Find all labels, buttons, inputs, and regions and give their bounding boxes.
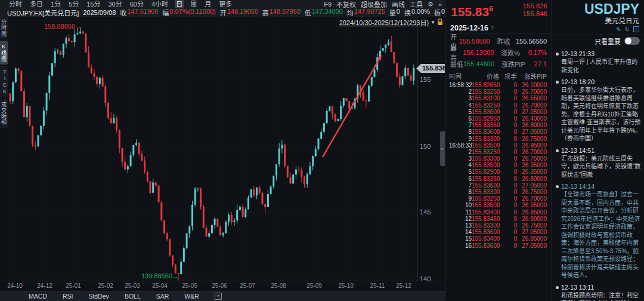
news-timestamp: 12-13 14:14 xyxy=(555,182,642,191)
indicator-tab-W&R[interactable]: W&R xyxy=(184,293,199,300)
last-price-big: 155.836 xyxy=(451,2,493,19)
tick-time: 8 xyxy=(449,189,472,195)
date-range-selector[interactable]: 2024/10/30-2025/12/12(293日) ▼ xyxy=(339,17,443,27)
news-bullet-icon xyxy=(556,81,559,84)
indicator-tab-RSI[interactable]: RSI xyxy=(63,293,73,300)
quote-stat-row: 最高156.13000涨跌%0.17% xyxy=(450,47,547,58)
tick-time: 14 xyxy=(449,229,472,235)
tick-time: 2 xyxy=(449,88,472,95)
tick-row: 3155.83300026.75000 xyxy=(449,155,547,162)
stat-value: 155.56550 xyxy=(516,38,547,45)
tick-price: 155.83250 xyxy=(472,195,499,202)
view-tab-K线图[interactable]: K线图 xyxy=(0,41,8,64)
tick-price: 155.83100 xyxy=(472,95,499,102)
period-tab-4小时[interactable]: 4小时 xyxy=(150,0,169,8)
symbol-field-换: 换0.00% xyxy=(404,8,430,17)
field-value: 0.07%(0.11000) xyxy=(169,8,215,17)
tick-volume: 0 xyxy=(499,102,517,109)
tick-row: 14155.83600027.05000 xyxy=(449,229,547,235)
tick-price: 155.83600 xyxy=(472,128,499,135)
news-bullet-icon xyxy=(556,286,559,289)
indicator-add-button[interactable]: + xyxy=(215,293,222,300)
tick-row: 2155.83250026.70000 xyxy=(449,149,547,155)
field-label: 低 xyxy=(305,8,311,17)
field-value: 0.00% xyxy=(411,8,430,17)
symbol-info-bar: USDJPY.FX[美元兑日元] 2025/09/08 收147.51900幅0… xyxy=(0,8,445,17)
tick-time: 12 xyxy=(449,216,472,222)
stat-value: 156.13000 xyxy=(463,49,494,56)
tick-price: 155.83500 xyxy=(472,202,499,208)
tick-volume: 0 xyxy=(499,168,517,175)
gear-icon[interactable]: ⚙ xyxy=(428,1,434,8)
add-icon[interactable]: + xyxy=(633,26,639,32)
news-filter-row: 只看重要 xyxy=(552,35,644,47)
period-tab-多日[interactable]: 多日 xyxy=(29,0,44,8)
field-value: 148.57950 xyxy=(270,8,301,17)
toolbar-button-F9[interactable]: F9 xyxy=(324,1,332,8)
indicator-tab-MACD[interactable]: MACD xyxy=(29,293,47,300)
tick-pip: 26.75000 xyxy=(517,189,547,195)
period-tab-月[interactable]: 月 xyxy=(203,0,212,8)
field-value: 148.19050 xyxy=(227,8,258,17)
field-label: 均 xyxy=(347,8,354,17)
candlestick-chart[interactable]: 158.88050→139.88550→155150145140 xyxy=(0,17,445,281)
help-icon[interactable]: ? xyxy=(491,25,494,31)
bid-ask-block: 155.826 155.846 xyxy=(522,2,547,18)
toggle-knob xyxy=(625,38,631,44)
tick-time: 5 xyxy=(449,109,472,115)
tick-row: 9155.83300026.75000 xyxy=(449,136,547,142)
quote-stats: 开盘155.58500昨收155.56550最高156.13000涨跌%0.17… xyxy=(445,33,552,70)
svg-text:139.88550→: 139.88550→ xyxy=(141,272,179,280)
chevron-more-icon[interactable]: » xyxy=(438,1,442,8)
tick-volume: 0 xyxy=(499,235,517,242)
period-tab-分时[interactable]: 分时 xyxy=(8,0,23,8)
news-item[interactable]: 12-13 14:51汇市战报：美元防线三周失守，欧元兵临城下，英镑遭“数据伏击… xyxy=(555,146,642,179)
time-axis-label: 24-12 xyxy=(37,282,52,289)
view-tab-TICK[interactable]: TICK xyxy=(0,66,8,97)
indicator-tab-SAR[interactable]: SAR xyxy=(156,293,169,300)
period-tab-1分[interactable]: 1分 xyxy=(49,0,62,8)
tick-pip: 26.85000 xyxy=(517,209,547,216)
period-tabs: 分时多日1分5分15分30分60分4小时日周月更多 xyxy=(8,0,233,8)
chart-column: 分时多日1分5分15分30分60分4小时日周月更多 F9不复权超级叠加画线工具⚙… xyxy=(0,0,445,301)
field-label: 振 xyxy=(434,8,441,17)
news-item[interactable]: 12-13 13:11和讯投顾高琦明：注意！利空突袭！下周小心这个风险！ xyxy=(555,283,642,301)
tick-row: 5155.83600027.05000 xyxy=(449,109,547,115)
edit-icon[interactable]: ✎ xyxy=(616,26,621,33)
view-tab-成交明细[interactable]: 成交明细 xyxy=(0,99,8,128)
tick-row: 5155.82900026.35000 xyxy=(449,168,547,175)
period-tab-周[interactable]: 周 xyxy=(189,0,198,8)
tick-volume: 0 xyxy=(499,142,517,149)
tick-row: 6155.82950026.40000 xyxy=(449,115,547,122)
view-tab-分时图[interactable]: 分时图 xyxy=(0,17,8,39)
tick-row: 12155.83450026.90000 xyxy=(449,216,547,222)
refresh-icon[interactable]: ↻ xyxy=(625,26,630,33)
tick-row: 11155.83400026.85000 xyxy=(449,209,547,216)
period-tab-日[interactable]: 日 xyxy=(175,0,184,8)
tick-pip: 26.55000 xyxy=(517,95,547,102)
period-tab-15分[interactable]: 15分 xyxy=(85,0,101,8)
news-item[interactable]: 12-13 21:33每周一评 | 人民币汇率升值的新变化 xyxy=(555,50,642,74)
important-only-toggle[interactable] xyxy=(624,37,640,45)
symbol-field-低: 低147.34000 xyxy=(305,8,343,17)
tick-time: 8 xyxy=(449,128,472,135)
field-label: 幅 xyxy=(162,8,169,17)
tick-volume: 0 xyxy=(499,209,517,216)
news-item[interactable]: 12-13 18:20日前，多家华尔街大行表示，随着美联储继续推进降息周期，美元… xyxy=(555,78,642,143)
indicator-tabs: MACDRSIStdDevBOLLSARW&R+ xyxy=(0,291,445,301)
indicator-tab-StdDev[interactable]: StdDev xyxy=(88,293,109,300)
period-tab-5分[interactable]: 5分 xyxy=(67,0,80,8)
tick-time: 16 xyxy=(449,242,472,249)
indicator-tab-BOLL[interactable]: BOLL xyxy=(125,293,141,300)
lock-icon[interactable] xyxy=(437,19,443,26)
period-tab-30分[interactable]: 30分 xyxy=(107,0,123,8)
tick-row: 16:58:32155.82650026.10000 xyxy=(449,82,547,88)
news-item[interactable]: 12-13 14:14【全球市场一周复盘】过去一周大事不断，国内方面，中共中央政… xyxy=(555,182,642,280)
tick-row: 8155.83300026.75000 xyxy=(449,189,547,195)
period-tab-更多[interactable]: 更多 xyxy=(218,0,233,8)
time-axis-label: 25-03 xyxy=(125,282,140,289)
period-tab-60分[interactable]: 60分 xyxy=(129,0,145,8)
stat-value: 155.44600 xyxy=(463,60,494,67)
tick-price: 155.82900 xyxy=(472,168,499,175)
panel-collapse-handle[interactable]: » xyxy=(440,131,445,166)
